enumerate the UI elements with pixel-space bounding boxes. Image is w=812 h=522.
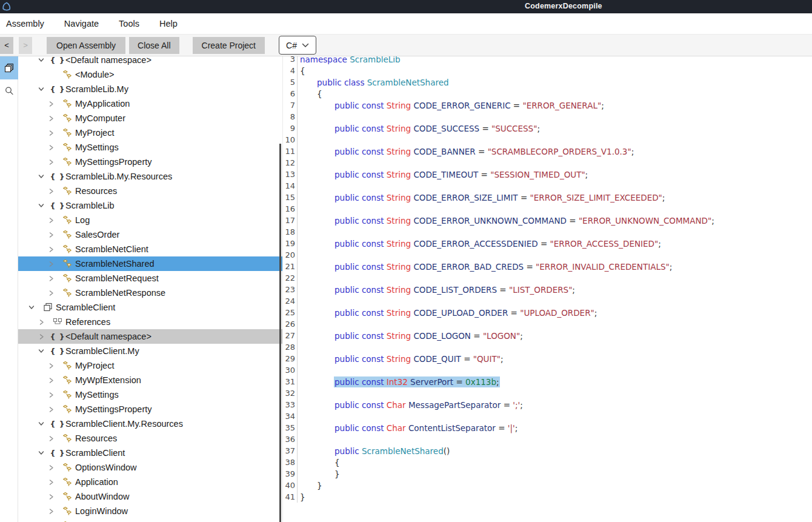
tree-item-loginwindow[interactable]: LoginWindow [18,504,282,518]
code-text[interactable]: public const Char MessagePartSeparator =… [298,400,523,410]
menu-tools[interactable]: Tools [119,19,139,28]
chevron-right-icon[interactable] [46,506,56,516]
tree-item-salesorder[interactable]: SalesOrder [18,227,282,242]
code-text[interactable]: } [298,469,340,479]
chevron-down-icon[interactable] [36,201,46,210]
chevron-down-icon[interactable] [36,448,46,458]
code-text[interactable]: public const Char ContentListSeparator =… [298,423,517,433]
code-text[interactable]: public const String CODE_QUIT = "QUIT"; [298,354,503,364]
tree-item-myproject[interactable]: MyProject [18,358,282,373]
code-text[interactable]: } [298,492,305,502]
code-text[interactable] [298,273,334,283]
chevron-right-icon[interactable] [46,390,56,400]
chevron-right-icon[interactable] [46,259,56,269]
tree-item-optionswindow[interactable]: OptionsWindow [18,460,282,475]
tree-item--default-namespace-[interactable]: { }<Default namespace> [18,56,282,67]
forward-button[interactable]: > [19,37,32,54]
chevron-down-icon[interactable] [36,84,46,94]
code-text[interactable] [298,435,334,444]
tree-item-scramblenetrequest[interactable]: ScrambleNetRequest [18,271,282,286]
code-text[interactable] [298,227,334,237]
tree-item-scrambleclient-my[interactable]: { }ScrambleClient.My [18,344,282,358]
code-text[interactable]: namespace ScrambleLib [298,56,401,64]
tree-item-scramblelib-my-resources[interactable]: { }ScrambleLib.My.Resources [18,169,282,184]
code-text[interactable] [298,250,334,260]
code-text[interactable] [298,296,334,306]
create-project-button[interactable]: Create Project [193,37,265,54]
tree-item-myapplication[interactable]: MyApplication [18,96,282,111]
tree-item-scramblelib[interactable]: { }ScrambleLib [18,198,282,213]
chevron-right-icon[interactable] [46,492,56,501]
chevron-right-icon[interactable] [46,230,56,239]
tree-item-scrambleclient[interactable]: { }ScrambleClient [18,446,282,460]
assembly-explorer-tab[interactable] [0,56,18,79]
chevron-right-icon[interactable] [46,157,56,167]
code-text[interactable]: public const String CODE_TIMEOUT = "SESS… [298,170,588,179]
chevron-down-icon[interactable] [36,56,46,65]
chevron-down-icon[interactable] [36,346,46,356]
code-text[interactable]: public const String CODE_SUCCESS = "SUCC… [298,124,540,133]
code-text[interactable]: { [298,89,322,99]
code-text[interactable]: public const String CODE_UPLOAD_ORDER = … [298,308,597,318]
code-text[interactable]: public ScrambleNetShared() [298,446,450,456]
chevron-right-icon[interactable] [46,99,56,109]
chevron-right-icon[interactable] [46,404,56,414]
code-text[interactable]: public const String CODE_LOGON = "LOGON"… [298,331,523,341]
code-text[interactable] [298,181,334,191]
close-all-button[interactable]: Close All [129,37,179,54]
code-text[interactable]: { [298,66,305,76]
chevron-right-icon[interactable] [46,128,56,138]
tree-item-aboutwindow[interactable]: AboutWindow [18,489,282,504]
chevron-right-icon[interactable] [46,433,56,443]
chevron-right-icon[interactable] [46,288,56,298]
tree-item-scramblenetresponse[interactable]: ScrambleNetResponse [18,286,282,300]
tree-item-scrambleclient[interactable]: ScrambleClient [18,300,282,315]
code-text[interactable]: public const String CODE_BANNER = "SCRAM… [298,147,634,156]
tree-item-resources[interactable]: Resources [18,184,282,198]
chevron-right-icon[interactable] [46,463,56,472]
tree-item-scramblelib-my[interactable]: { }ScrambleLib.My [18,82,282,96]
tree-item--module-[interactable]: <Module> [18,67,282,82]
code-text[interactable]: public const String CODE_ERROR_ACCESSDEN… [298,239,661,249]
chevron-right-icon[interactable] [46,244,56,254]
code-text[interactable]: public const String CODE_ERROR_GENERIC =… [298,101,604,110]
code-text[interactable]: public const String CODE_ERROR_BAD_CREDS… [298,262,672,272]
code-text[interactable] [298,112,334,122]
code-text[interactable] [298,366,334,375]
chevron-right-icon[interactable] [46,215,56,225]
chevron-down-icon[interactable] [27,303,36,312]
tree-item-mycomputer[interactable]: MyComputer [18,111,282,125]
tree-item-scramblenetshared[interactable]: ScrambleNetShared [18,256,282,271]
chevron-right-icon[interactable] [46,142,56,152]
menu-help[interactable]: Help [159,19,178,28]
code-text[interactable] [298,389,334,398]
tree-item-mywpfextension[interactable]: MyWpfExtension [18,373,282,387]
tree-item-mysettingsproperty[interactable]: MySettingsProperty [18,402,282,417]
tree-item-resources[interactable]: Resources [18,431,282,446]
tree-item--default-namespace-[interactable]: { }<Default namespace> [18,329,282,344]
code-text[interactable]: { [298,458,340,467]
code-text[interactable]: public const Int32 ServerPort = 0x113b; [298,377,499,387]
chevron-right-icon[interactable] [46,113,56,123]
tree-item-references[interactable]: References [18,315,282,329]
open-assembly-button[interactable]: Open Assembly [47,37,125,54]
code-text[interactable] [298,135,334,145]
search-tab[interactable] [0,79,18,102]
code-text[interactable] [298,204,334,214]
chevron-down-icon[interactable] [36,172,46,181]
code-text[interactable] [298,343,334,352]
tree-item-application[interactable]: Application [18,475,282,489]
code-text[interactable]: } [298,481,322,490]
tree-item-scrambleclient-my-resources[interactable]: { }ScrambleClient.My.Resources [18,417,282,431]
chevron-right-icon[interactable] [46,273,56,283]
tree-item-scramblenetclient[interactable]: ScrambleNetClient [18,242,282,256]
chevron-right-icon[interactable] [36,332,46,341]
menu-navigate[interactable]: Navigate [64,19,99,28]
code-text[interactable]: public const String CODE_ERROR_SIZE_LIMI… [298,193,665,202]
code-text[interactable] [298,412,334,421]
code-text[interactable]: public const String CODE_LIST_ORDERS = "… [298,285,575,295]
tree-item-mysettings[interactable]: MySettings [18,140,282,155]
code-text[interactable] [298,320,334,329]
chevron-right-icon[interactable] [46,477,56,487]
language-selector[interactable]: C# [279,36,316,55]
